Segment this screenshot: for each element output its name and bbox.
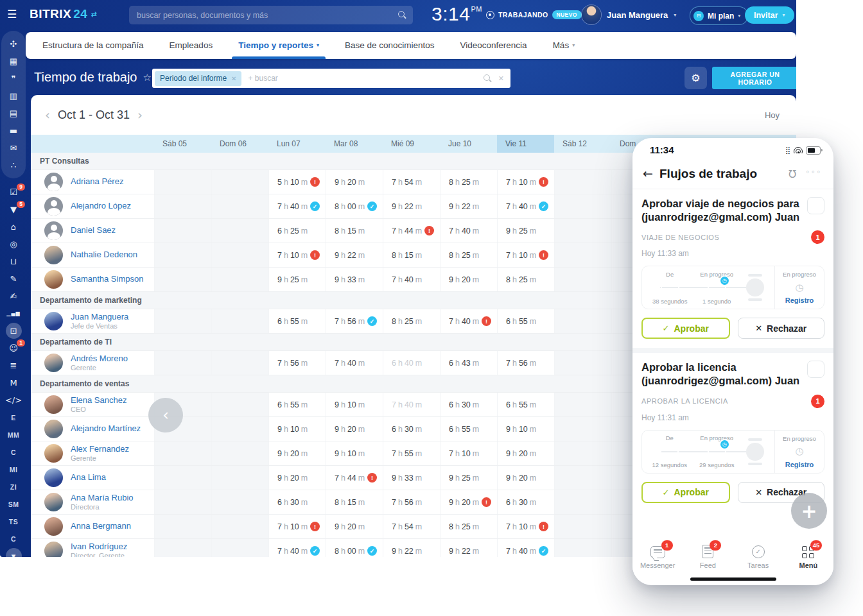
employee-name-link[interactable]: Alejandro López xyxy=(71,201,131,211)
time-cell[interactable] xyxy=(211,309,268,333)
invite-button[interactable]: Invitar ▾ xyxy=(745,6,794,24)
search-icon[interactable] xyxy=(398,11,406,19)
time-cell[interactable] xyxy=(154,243,211,267)
time-cell[interactable]: 8h25m xyxy=(440,243,497,267)
time-cell[interactable]: 7h10m! xyxy=(268,515,326,538)
time-cell[interactable] xyxy=(154,515,211,538)
time-cell[interactable]: 8h25m xyxy=(497,268,554,291)
day-header-sáb-12[interactable]: Sáb 12 xyxy=(554,135,611,153)
time-cell[interactable]: 9h20m xyxy=(440,268,497,291)
time-cell[interactable]: 6h55m xyxy=(268,393,326,416)
employee-name-cell[interactable]: Adriana Pérez xyxy=(31,170,154,194)
sidebar-shortcut-c[interactable]: C xyxy=(1,443,26,461)
building-icon[interactable]: ⌂ xyxy=(1,218,26,235)
database-icon[interactable]: ≣ xyxy=(1,357,26,374)
employee-name-cell[interactable]: Ivan RodríguezDirector, Gerente xyxy=(31,539,154,557)
global-search[interactable] xyxy=(129,6,413,24)
people-icon[interactable]: ∴ xyxy=(1,157,26,174)
time-cell[interactable] xyxy=(154,194,211,218)
time-cell[interactable] xyxy=(554,417,611,441)
sidebar-shortcut-c[interactable]: C xyxy=(1,530,26,547)
time-cell[interactable]: 7h56m xyxy=(383,490,440,514)
approve-button[interactable]: ✓ Aprobar xyxy=(641,482,730,503)
time-cell[interactable]: 9h20m xyxy=(497,466,554,490)
bottom-nav-feed[interactable]: 2Feed xyxy=(683,538,733,575)
sidebar-shortcut-ts[interactable]: TS xyxy=(1,513,26,530)
signature-icon[interactable]: ✍ xyxy=(1,287,26,305)
time-cell[interactable] xyxy=(554,268,611,291)
employee-name-cell[interactable]: Alejandro López xyxy=(31,194,154,218)
employee-name-link[interactable]: Andrés Moreno xyxy=(71,354,128,364)
tab-videoconferencia[interactable]: Videoconferencia xyxy=(460,32,527,59)
pulse-icon[interactable]: ✣ xyxy=(1,35,26,53)
time-cell[interactable]: 7h40m✓ xyxy=(268,539,326,557)
tab-más[interactable]: Más▾ xyxy=(553,32,575,59)
drive-icon[interactable]: ▬ xyxy=(1,122,26,139)
time-cell[interactable]: 7h56m✓ xyxy=(326,309,383,333)
bottom-nav-tareas[interactable]: ✓Tareas xyxy=(733,538,783,575)
log-link[interactable]: Registro xyxy=(785,461,814,468)
day-header-lun-07[interactable]: Lun 07 xyxy=(268,135,326,153)
time-cell[interactable]: 9h22m xyxy=(440,539,497,557)
hamburger-menu-icon[interactable]: ☰ xyxy=(7,8,17,21)
employee-name-link[interactable]: Ana María Rubio xyxy=(71,493,134,503)
time-cell[interactable]: 9h25m xyxy=(268,268,326,291)
time-cell[interactable]: 8h15m xyxy=(383,243,440,267)
notifications-bell-icon[interactable]: Ω xyxy=(789,167,796,180)
time-cell[interactable] xyxy=(554,309,611,333)
time-cell[interactable] xyxy=(154,351,211,375)
tab-empleados[interactable]: Empleados xyxy=(170,32,213,59)
time-cell[interactable]: 7h44m! xyxy=(326,466,383,490)
target-icon[interactable]: ◎ xyxy=(1,235,26,253)
time-cell[interactable]: 6h25m xyxy=(268,219,326,243)
time-cell[interactable]: 9h22m xyxy=(383,194,440,218)
time-cell[interactable]: 9h25m xyxy=(440,466,497,490)
time-cell[interactable] xyxy=(211,194,268,218)
time-cell[interactable] xyxy=(554,490,611,514)
time-cell[interactable] xyxy=(211,539,268,557)
time-cell[interactable]: 9h20m xyxy=(268,441,326,465)
day-header-mié-09[interactable]: Mié 09 xyxy=(383,135,440,153)
time-cell[interactable]: 6h55m xyxy=(497,309,554,333)
time-cell[interactable]: 7h40m✓ xyxy=(497,194,554,218)
reject-button[interactable]: ✕ Rechazar xyxy=(738,318,825,339)
employee-name-link[interactable]: Anna Bergmann xyxy=(71,522,131,531)
time-cell[interactable] xyxy=(154,466,211,490)
time-cell[interactable]: 9h10m xyxy=(497,417,554,441)
time-cell[interactable] xyxy=(211,515,268,538)
time-cell[interactable] xyxy=(554,170,611,194)
bitrix-logo[interactable]: BITRIX24⇄ xyxy=(30,7,97,21)
employee-name-cell[interactable]: Andrés MorenoGerente xyxy=(31,351,154,375)
more-options-icon[interactable]: ◦◦◦ xyxy=(806,168,822,176)
employee-name-link[interactable]: Adriana Pérez xyxy=(71,177,123,187)
kanban-icon[interactable]: ▦ xyxy=(1,53,26,70)
time-cell[interactable] xyxy=(211,351,268,375)
time-cell[interactable]: 7h40m xyxy=(440,219,497,243)
time-cell[interactable]: 9h20m xyxy=(326,417,383,441)
select-checkbox[interactable] xyxy=(807,197,824,214)
day-header-mar-08[interactable]: Mar 08 xyxy=(326,135,383,153)
employee-name-cell[interactable]: Ana María RubioDirectora xyxy=(31,490,154,514)
next-period-icon[interactable]: › xyxy=(134,107,146,123)
marketing-icon[interactable]: M xyxy=(1,374,26,391)
time-cell[interactable] xyxy=(211,268,268,291)
remove-chip-icon[interactable]: ✕ xyxy=(231,75,236,82)
employee-name-cell[interactable]: Nathalie Dedenon xyxy=(31,243,154,267)
cart-icon[interactable]: ⊔ xyxy=(1,253,26,270)
tab-base-de-conocimientos[interactable]: Base de conocimientos xyxy=(345,32,435,59)
favorite-star-icon[interactable]: ☆ xyxy=(143,72,151,83)
time-cell[interactable]: 7h40m xyxy=(383,393,440,416)
time-cell[interactable]: 6h30m xyxy=(440,393,497,416)
calendar-icon[interactable]: ▥ xyxy=(1,87,26,105)
time-cell[interactable]: 9h10m xyxy=(326,441,383,465)
today-link[interactable]: Hoy xyxy=(765,110,786,120)
time-cell[interactable]: 7h10m! xyxy=(497,170,554,194)
time-cell[interactable]: 8h25m xyxy=(440,170,497,194)
filter-chip[interactable]: Periodo del informe ✕ xyxy=(155,71,241,86)
approve-button[interactable]: ✓ Aprobar xyxy=(641,318,730,339)
sidebar-shortcut-sm[interactable]: SM xyxy=(1,495,26,513)
filter-bar[interactable]: Periodo del informe ✕ ✕ xyxy=(152,69,510,88)
time-cell[interactable] xyxy=(554,466,611,490)
search-icon[interactable] xyxy=(484,74,492,83)
time-cell[interactable]: 8h00m✓ xyxy=(326,194,383,218)
